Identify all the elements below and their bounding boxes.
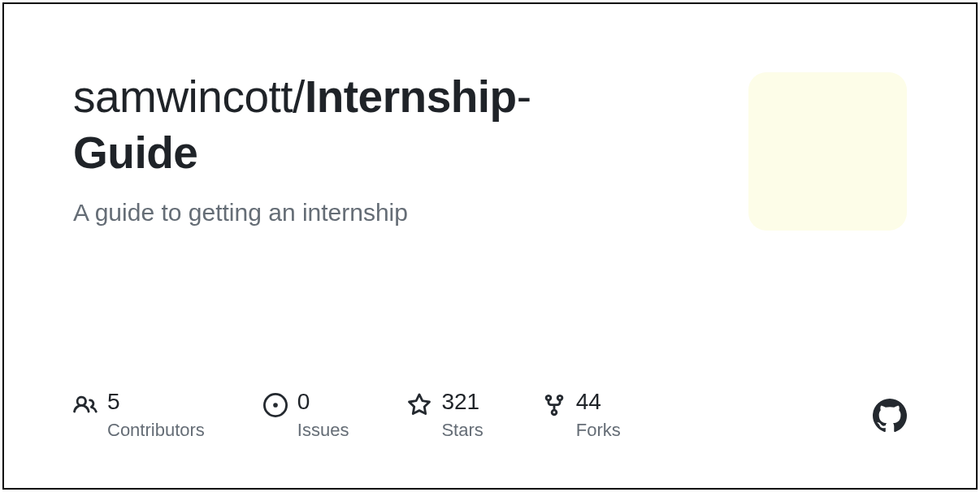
stats-row: 5 Contributors 0 Issues bbox=[73, 390, 621, 441]
fork-icon bbox=[542, 393, 566, 417]
stat-issues[interactable]: 0 Issues bbox=[263, 390, 349, 441]
stat-content: 44 Forks bbox=[576, 390, 621, 441]
repo-name-part1[interactable]: Internship bbox=[305, 71, 517, 122]
repo-avatar bbox=[748, 72, 907, 231]
people-icon bbox=[73, 393, 98, 417]
title-section: samwincott/Internship-Guide A guide to g… bbox=[73, 69, 531, 227]
repo-name-hyphen: - bbox=[517, 71, 531, 122]
stat-content: 321 Stars bbox=[441, 390, 483, 441]
repo-owner[interactable]: samwincott bbox=[73, 71, 293, 122]
stat-value: 44 bbox=[576, 390, 621, 415]
bottom-row: 5 Contributors 0 Issues bbox=[73, 390, 907, 441]
stat-content: 0 Issues bbox=[297, 390, 349, 441]
stat-label: Stars bbox=[441, 420, 483, 441]
stat-label: Contributors bbox=[107, 420, 205, 441]
repo-title: samwincott/Internship-Guide bbox=[73, 69, 531, 181]
github-logo-icon[interactable] bbox=[873, 399, 907, 433]
repo-social-card: samwincott/Internship-Guide A guide to g… bbox=[2, 2, 978, 490]
stat-stars[interactable]: 321 Stars bbox=[407, 390, 483, 441]
header-row: samwincott/Internship-Guide A guide to g… bbox=[73, 69, 907, 231]
repo-description: A guide to getting an internship bbox=[73, 199, 531, 227]
stat-value: 5 bbox=[107, 390, 205, 415]
stat-label: Issues bbox=[297, 420, 349, 441]
issue-icon bbox=[263, 393, 288, 417]
stat-forks[interactable]: 44 Forks bbox=[542, 390, 621, 441]
stat-contributors[interactable]: 5 Contributors bbox=[73, 390, 205, 441]
stat-label: Forks bbox=[576, 420, 621, 441]
stat-content: 5 Contributors bbox=[107, 390, 205, 441]
separator: / bbox=[293, 71, 305, 122]
star-icon bbox=[407, 393, 431, 417]
repo-name-part2[interactable]: Guide bbox=[73, 127, 197, 178]
stat-value: 0 bbox=[297, 390, 349, 415]
stat-value: 321 bbox=[441, 390, 483, 415]
